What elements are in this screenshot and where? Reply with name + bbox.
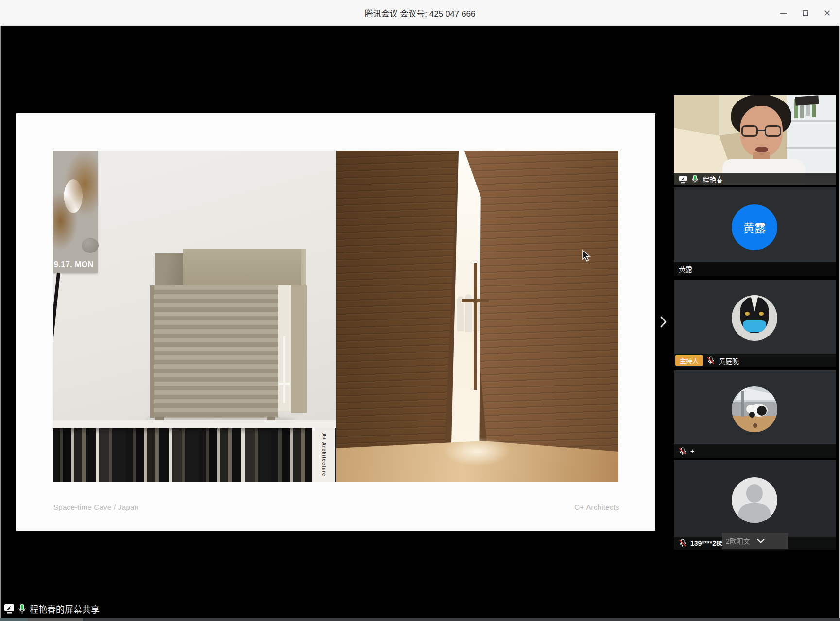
screen-share-icon bbox=[679, 175, 687, 184]
pebble bbox=[82, 238, 99, 253]
shelf-edge bbox=[53, 420, 336, 428]
remote-cursor-icon bbox=[581, 249, 593, 262]
tencent-meeting-window: 腾讯会议 会议号: 425 047 666 ✕ 9.17. MON bbox=[0, 0, 840, 621]
slide-photo-model-on-shelf: 9.17. MON A+ Architecture bbox=[53, 151, 336, 482]
name-dropdown[interactable]: 2欧阳文 bbox=[722, 533, 788, 549]
wood-knot bbox=[753, 423, 757, 428]
slide-caption-left: Space-time Cave / Japan bbox=[53, 503, 138, 511]
chevron-right-icon bbox=[660, 315, 667, 329]
wood-wall-right bbox=[460, 151, 618, 482]
participant-tile-huangtingwan[interactable]: 主持人 黄庭晚 bbox=[674, 280, 836, 367]
wood-model-lid-left bbox=[155, 253, 184, 285]
model-cross-vertical bbox=[283, 336, 285, 403]
participant-tile-plus[interactable]: + bbox=[674, 370, 836, 458]
chevron-down-icon bbox=[757, 539, 765, 543]
participant-namebar: 程艳春 bbox=[674, 173, 836, 185]
book-spine: A+ Architecture bbox=[312, 428, 335, 482]
avatar-cat-photo bbox=[732, 295, 777, 341]
participant-name: + bbox=[690, 447, 694, 455]
sculpture-stick bbox=[53, 273, 60, 433]
wood-wall-left bbox=[336, 151, 458, 482]
participant-overlay-name: 2欧阳文 bbox=[726, 536, 750, 546]
avatar-initials: 黄露 bbox=[732, 204, 777, 250]
panda-marking bbox=[757, 406, 767, 416]
cat-mask bbox=[743, 320, 766, 332]
model-cross-horizontal bbox=[279, 383, 290, 385]
mic-muted-icon bbox=[679, 539, 686, 547]
participant-name: 黄庭晚 bbox=[719, 356, 739, 366]
taskbar-segment bbox=[28, 618, 83, 621]
model-foot bbox=[155, 417, 164, 420]
close-icon: ✕ bbox=[823, 9, 831, 17]
window-controls: ✕ bbox=[772, 0, 838, 26]
cat-eye bbox=[745, 312, 750, 316]
avatar-panda-photo bbox=[732, 386, 777, 432]
participant-tile-chengyanchun[interactable]: 程艳春 bbox=[674, 95, 836, 185]
participant-tile-phone-user[interactable]: 2欧阳文 139****285 bbox=[674, 460, 836, 550]
participant-namebar: 主持人 黄庭晚 bbox=[674, 354, 836, 367]
model-foot bbox=[267, 417, 275, 420]
panda-pole bbox=[741, 391, 744, 417]
avatar-placeholder bbox=[732, 477, 777, 523]
poster-text: 9.17. MON bbox=[54, 260, 94, 269]
window-title: 腾讯会议 会议号: 425 047 666 bbox=[365, 7, 476, 19]
participant-name: 黄露 bbox=[679, 264, 692, 274]
mic-on-icon bbox=[18, 604, 26, 614]
sidebar-collapse-button[interactable] bbox=[658, 314, 669, 330]
participant-namebar: + bbox=[674, 444, 836, 458]
wood-model-lid bbox=[183, 249, 306, 285]
participant-name: 139****285 bbox=[690, 539, 724, 547]
silhouette-head bbox=[746, 484, 763, 503]
maximize-button[interactable] bbox=[794, 0, 816, 26]
glasses-bridge bbox=[757, 130, 765, 131]
wood-model-box bbox=[150, 285, 278, 418]
titlebar: 腾讯会议 会议号: 425 047 666 ✕ bbox=[0, 0, 840, 26]
window-left-border bbox=[0, 26, 1, 618]
close-button[interactable]: ✕ bbox=[816, 0, 838, 26]
taskbar-edge bbox=[0, 618, 840, 621]
screen-share-icon bbox=[4, 604, 15, 614]
floor-light-patch bbox=[443, 437, 511, 466]
slide-photo-interior-cross bbox=[336, 151, 618, 482]
mic-on-icon bbox=[691, 175, 699, 184]
taskbar-segment bbox=[0, 618, 28, 621]
glasses-right-lens bbox=[765, 125, 781, 137]
screen-share-label: 程艳春的屏幕共享 bbox=[30, 603, 100, 615]
panda-marking bbox=[749, 412, 755, 418]
participant-name: 程艳春 bbox=[703, 174, 723, 184]
minimize-icon bbox=[780, 13, 787, 14]
book-spine-text: A+ Architecture bbox=[321, 433, 326, 476]
shelf-object bbox=[795, 95, 819, 105]
cat-eye bbox=[759, 312, 764, 316]
host-badge: 主持人 bbox=[675, 355, 703, 366]
maximize-icon bbox=[803, 10, 808, 16]
wood-cross-horizontal bbox=[462, 299, 489, 302]
minimize-button[interactable] bbox=[772, 0, 794, 26]
participant-tile-huanglu[interactable]: 黄露 黄露 bbox=[674, 187, 836, 276]
shelf-shadow bbox=[53, 428, 336, 434]
wood-model-right-wall bbox=[291, 285, 307, 413]
glasses-left-lens bbox=[741, 125, 758, 137]
silhouette-body bbox=[738, 503, 771, 523]
screen-share-indicator: 程艳春的屏幕共享 bbox=[4, 603, 100, 615]
slide-caption-right: C+ Architects bbox=[574, 503, 619, 511]
wood-cross-vertical bbox=[474, 263, 477, 390]
participant-namebar: 黄露 bbox=[674, 262, 836, 276]
presentation-slide: 9.17. MON A+ Architecture bbox=[16, 113, 655, 531]
poster: 9.17. MON bbox=[53, 151, 98, 273]
mic-muted-icon bbox=[707, 356, 715, 365]
book-row bbox=[53, 428, 336, 482]
mic-muted-icon bbox=[679, 447, 686, 455]
person-mouth bbox=[755, 147, 768, 152]
